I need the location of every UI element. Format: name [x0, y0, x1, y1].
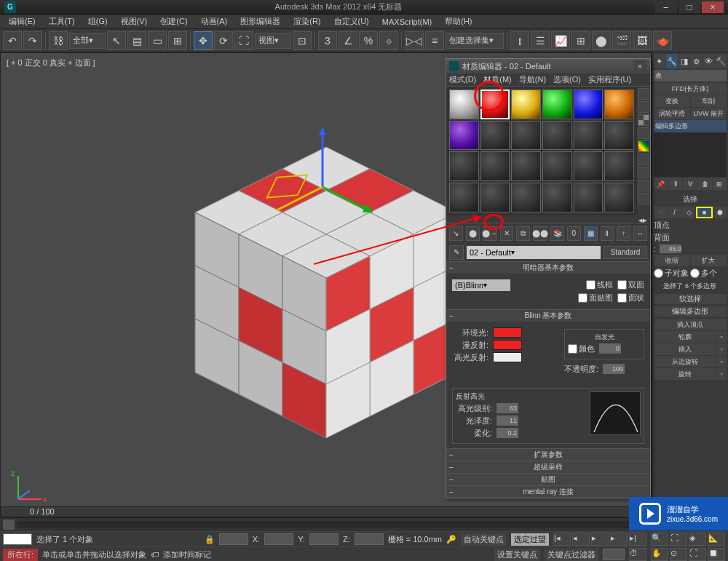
- viewport-label[interactable]: [ + 0 正交 0 真实 + 边面 ]: [7, 57, 95, 68]
- redo-button[interactable]: ↷: [23, 31, 42, 50]
- self-illum-spinner[interactable]: [599, 343, 621, 354]
- ambient-swatch[interactable]: [493, 327, 522, 338]
- create-tab[interactable]: ✦: [654, 54, 665, 68]
- modifier-list-dropdown[interactable]: 表: [654, 70, 727, 81]
- pivot-button[interactable]: ⊡: [293, 31, 312, 50]
- put-to-scene-button[interactable]: ⬤: [466, 226, 480, 241]
- uvw-button[interactable]: UVW 展开: [691, 108, 727, 119]
- material-editor-window[interactable]: 材质编辑器 - 02 - Default × 模式(D) 材质(M) 导航(N)…: [446, 58, 651, 498]
- sample-type-button[interactable]: [638, 88, 649, 100]
- pick-material-button[interactable]: ✎: [449, 245, 464, 260]
- color-check[interactable]: [568, 344, 577, 354]
- selkey-dropdown[interactable]: 选定过望: [511, 533, 549, 546]
- goto-start-button[interactable]: |◂: [553, 533, 571, 546]
- setkey-button[interactable]: 设置关键点: [494, 549, 540, 561]
- show-end-button[interactable]: Ⅱ: [668, 178, 682, 190]
- mentalray-rollout[interactable]: mental ray 连接: [446, 486, 650, 498]
- sample-uv-button[interactable]: [638, 127, 649, 139]
- sample-slot-22[interactable]: [542, 183, 572, 212]
- keyfilter-button[interactable]: 关键点过滤器: [545, 549, 598, 561]
- menu-group[interactable]: 组(G): [82, 15, 114, 28]
- zoom-all-button[interactable]: ⛶: [670, 533, 687, 546]
- add-key-text[interactable]: 添加时间标记: [163, 549, 211, 560]
- rotate-poly-button[interactable]: 旋转: [654, 368, 716, 380]
- menu-rendering[interactable]: 渲染(R): [288, 15, 326, 28]
- menu-tools[interactable]: 工具(T): [43, 15, 81, 28]
- supersampling-rollout[interactable]: 超级采样: [446, 461, 650, 473]
- sample-slot-19[interactable]: [449, 183, 479, 212]
- sample-slot-7[interactable]: [449, 121, 479, 151]
- z-input[interactable]: [355, 533, 384, 545]
- material-name-dropdown[interactable]: 02 - Default ▾: [467, 246, 601, 259]
- sample-slot-17[interactable]: [574, 151, 604, 181]
- sample-slot-13[interactable]: [449, 151, 479, 181]
- me-menu-mode[interactable]: 模式(D): [449, 74, 476, 85]
- outline-settings-button[interactable]: ▫: [716, 331, 727, 343]
- select-region-button[interactable]: ▭: [148, 31, 167, 50]
- assign-to-selection-button[interactable]: ⬤→: [483, 226, 497, 241]
- material-editor-button[interactable]: ⬤: [592, 31, 611, 50]
- menu-maxscript[interactable]: MAXScript(M): [376, 16, 438, 28]
- move-button[interactable]: ✥: [194, 31, 213, 50]
- polygon-subobj[interactable]: ■: [696, 207, 712, 218]
- reset-button[interactable]: ✕: [500, 226, 514, 241]
- sample-slot-15[interactable]: [511, 151, 541, 181]
- sample-slot-4[interactable]: [542, 89, 572, 119]
- angle-snap-button[interactable]: ∠: [339, 31, 357, 50]
- ignore-backface-check[interactable]: 背面: [654, 232, 670, 243]
- sample-slot-10[interactable]: [542, 121, 572, 151]
- show-in-viewport-button[interactable]: ▦: [584, 226, 598, 241]
- by-vertex-check[interactable]: 顶点: [654, 220, 670, 231]
- sample-slot-1[interactable]: [449, 89, 479, 119]
- link-button[interactable]: ⛓: [49, 31, 68, 50]
- spinner-snap-button[interactable]: ⟐: [379, 31, 398, 50]
- sissample-slot-20[interactable]: [480, 183, 510, 212]
- angle-spinner[interactable]: [660, 244, 681, 253]
- rotate-settings-button[interactable]: ▫: [716, 368, 727, 380]
- sample-slot-23[interactable]: [574, 183, 604, 212]
- transform-button[interactable]: 变换: [654, 95, 690, 107]
- hierarchy-tab[interactable]: ◨: [678, 54, 690, 68]
- many-radio[interactable]: [690, 268, 700, 278]
- prev-frame-button[interactable]: ◂: [572, 533, 590, 546]
- play-button[interactable]: ▸: [591, 533, 609, 546]
- zoom-ext-button[interactable]: ◈: [689, 533, 706, 546]
- timeline-config-button[interactable]: [3, 520, 15, 530]
- menu-animation[interactable]: 动画(A): [195, 15, 234, 28]
- ref-coord-dropdown[interactable]: 视图 ▾: [255, 33, 291, 49]
- cube-model[interactable]: [173, 125, 479, 445]
- select-name-button[interactable]: ▤: [127, 31, 146, 50]
- shrink-button[interactable]: 收缩: [654, 255, 690, 266]
- menu-customize[interactable]: 自定义(U): [328, 15, 375, 28]
- rotate-button[interactable]: ⟳: [214, 31, 233, 50]
- sample-slot-11[interactable]: [574, 121, 604, 151]
- pin-stack-button[interactable]: 📌: [654, 178, 668, 190]
- show-end-result-button[interactable]: Ⅱ: [601, 226, 614, 241]
- named-selection-dropdown[interactable]: 创建选择集 ▾: [446, 33, 504, 49]
- align-button[interactable]: ≡: [425, 31, 444, 50]
- sample-slot-3[interactable]: [511, 89, 541, 119]
- sample-slot-16[interactable]: [542, 151, 572, 181]
- close-button[interactable]: ×: [702, 1, 724, 13]
- extended-params-rollout[interactable]: 扩展参数: [446, 449, 650, 461]
- softsel-rollout[interactable]: 软选择: [654, 294, 727, 304]
- facemap-check[interactable]: [578, 293, 587, 303]
- mat-map-nav-button[interactable]: [638, 193, 649, 204]
- x-input[interactable]: [264, 533, 293, 545]
- go-parent-button[interactable]: ↑: [617, 226, 630, 241]
- spec-level-spinner[interactable]: [496, 403, 518, 413]
- element-subobj[interactable]: ⬢: [713, 207, 727, 218]
- wire-check[interactable]: [586, 280, 596, 290]
- window-crossing-button[interactable]: ⊞: [168, 31, 187, 50]
- me-menu-nav[interactable]: 导航(N): [519, 74, 546, 85]
- go-sibling-button[interactable]: ↔: [633, 226, 647, 241]
- selection-filter-dropdown[interactable]: 全部 ▾: [69, 33, 106, 49]
- faceted-check[interactable]: [617, 293, 627, 303]
- pan-button[interactable]: ✋: [651, 548, 668, 561]
- curve-editor-button[interactable]: 📈: [551, 31, 570, 50]
- soften-spinner[interactable]: [496, 428, 518, 438]
- layer-button[interactable]: ☰: [531, 31, 550, 50]
- border-subobj[interactable]: ◇: [682, 207, 695, 218]
- hinge-button[interactable]: 从边旋转: [654, 356, 716, 367]
- sample-slot-12[interactable]: [604, 121, 634, 151]
